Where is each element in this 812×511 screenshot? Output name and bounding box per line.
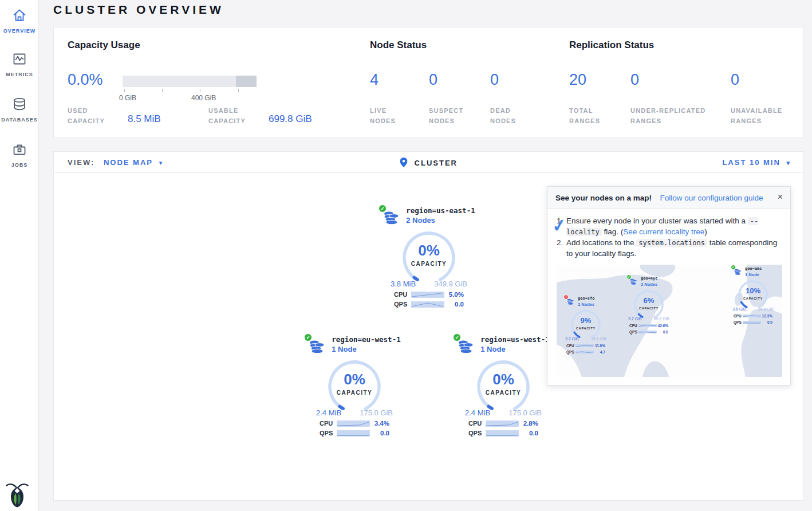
qps-value: 0.0 [529,430,538,437]
capacity-bar-reserved-segment [236,76,257,87]
step-number: 2. [557,238,566,260]
sidebar-item-databases[interactable]: DATABASES [0,97,39,123]
node-map-setup-popup: See your nodes on a map! Follow our conf… [547,186,791,386]
qps-sparkline [337,430,370,437]
live-nodes-value: 4 [370,71,379,89]
cpu-value: 11.0% [595,343,605,348]
popup-body: ✓ 1. Ensure every node in your cluster w… [547,209,790,385]
capacity-caption: CAPACITY [570,327,601,331]
sidebar: OVERVIEW METRICS DATABASES JOBS [0,0,39,511]
qps-label: QPS [566,349,576,355]
capacity-percent: 10% [738,286,768,296]
total-ranges-value: 20 [569,71,586,89]
locality-label: region=eu-west-1 [332,335,400,344]
qps-label: QPS [629,329,638,335]
qps-value: 0.0 [663,329,668,335]
cluster-summary-panel: Capacity Usage 0.0% 0 GiB 400 GiB USED C… [53,27,804,138]
cpu-value: 5.0% [449,291,464,298]
example-node-map-image: ! geo=sfo 2 Nodes 9% [557,265,782,377]
view-selector[interactable]: NODE MAP [104,158,153,167]
locality-card-us-west-1[interactable]: ✓ region=us-west-1 1 Node 0% CAPACITY 2 [456,335,550,437]
locality-card-eu-west-1[interactable]: ✓ region=eu-west-1 1 Node 0% CAPACITY 2 [308,335,401,437]
metrics-icon [12,52,27,69]
popup-header: See your nodes on a map! Follow our conf… [547,187,790,209]
sidebar-item-metrics[interactable]: METRICS [0,52,39,77]
cpu-value: 12.3% [762,313,772,319]
node-count-link[interactable]: 1 Node [332,345,400,353]
cpu-sparkline [576,344,594,347]
example-locality-card-sfo: ! geo=sfo 2 Nodes 9% [561,296,611,355]
timescale-dropdown[interactable]: LAST 10 MIN ▾ [722,158,791,167]
usable-capacity-label: USABLE CAPACITY [208,106,254,126]
step-text: Ensure every node in your cluster was st… [566,216,781,238]
node-count-link[interactable]: 2 Nodes [406,216,475,225]
database-stack-icon: ✓ [457,337,475,357]
capacity-gauge: 0% CAPACITY [327,359,382,404]
capacity-gauge: 9% CAPACITY [570,309,601,335]
qps-label: QPS [734,320,743,325]
jobs-icon [12,142,27,159]
cpu-label: CPU [734,313,743,319]
node-status-title: Node Status [370,40,427,51]
qps-sparkline [638,331,657,333]
cpu-sparkline [337,420,370,427]
cluster-overview-page: OVERVIEW METRICS DATABASES JOBS [0,0,812,511]
qps-value: 0.0 [455,301,464,308]
cpu-label: CPU [468,420,486,427]
capacity-usage-title: Capacity Usage [68,40,140,51]
sidebar-item-overview[interactable]: OVERVIEW [0,8,39,34]
step-text-part: flag. ( [604,227,624,236]
capacity-caption: CAPACITY [633,306,664,311]
capacity-percent: 9% [570,316,601,326]
home-icon [12,8,27,25]
locality-label: geo=ams [745,266,762,272]
capacity-tick [124,89,125,92]
cpu-value: 42.6% [658,323,668,328]
chevron-down-icon[interactable]: ▾ [159,159,164,166]
node-count: 2 Nodes [641,282,658,288]
capacity-caption: CAPACITY [476,390,531,396]
qps-label: QPS [468,430,486,437]
capacity-tick [162,89,163,92]
capacity-tick [238,89,239,92]
qps-sparkline [743,321,761,324]
sidebar-item-jobs[interactable]: JOBS [0,142,39,168]
configuration-guide-link[interactable]: Follow our configuration guide [660,194,763,202]
sidebar-item-label: JOBS [0,162,39,168]
qps-label: QPS [394,301,411,308]
qps-value: 4.7 [600,349,605,355]
sidebar-item-label: OVERVIEW [0,28,39,34]
locality-card-us-east-1[interactable]: ✓ region=us-east-1 2 Nodes 0% CAPACITY [382,206,476,308]
qps-sparkline [486,430,519,437]
cpu-value: 2.8% [523,420,538,427]
capacity-percent: 0.0% [68,71,103,89]
step-text-part: Add locations to the [566,238,634,247]
suspect-nodes-value: 0 [429,71,437,89]
dead-nodes-value: 0 [490,71,499,89]
live-nodes-label: LIVE NODES [370,106,410,126]
close-icon[interactable]: × [778,192,783,202]
view-bar: VIEW: NODE MAP ▾ CLUSTER LAST 10 MIN ▾ [54,152,803,173]
capacity-gauge: 6% CAPACITY [633,289,664,315]
capacity-gauge: 0% CAPACITY [401,230,456,275]
sidebar-item-label: METRICS [0,72,39,77]
capacity-percent: 0% [327,371,382,388]
status-healthy-icon: ✓ [731,265,736,270]
step-text-part: Ensure every node in your cluster was st… [566,217,746,225]
status-warning-icon: ! [563,294,569,300]
used-capacity-value: 8.5 MiB [128,113,161,125]
unavailable-ranges-label: UNAVAILABLE RANGES [731,106,794,126]
system-locations-code: system.locations [636,239,707,247]
used-capacity-label: USED CAPACITY [68,106,113,126]
sidebar-item-label: DATABASES [0,117,39,123]
node-count-link[interactable]: 1 Node [480,345,549,353]
cockroachdb-logo-icon[interactable] [6,481,29,510]
under-replicated-ranges-label: UNDER-REPLICATED RANGES [630,106,722,126]
locality-tree-link[interactable]: See current locality tree [623,227,704,236]
node-count: 1 Node [745,272,762,278]
breadcrumb: CLUSTER [400,158,458,169]
step-text-part: ) [704,227,707,236]
popup-title: See your nodes on a map! [555,194,652,202]
view-label: VIEW: [68,158,94,167]
status-healthy-icon: ✓ [626,274,632,280]
